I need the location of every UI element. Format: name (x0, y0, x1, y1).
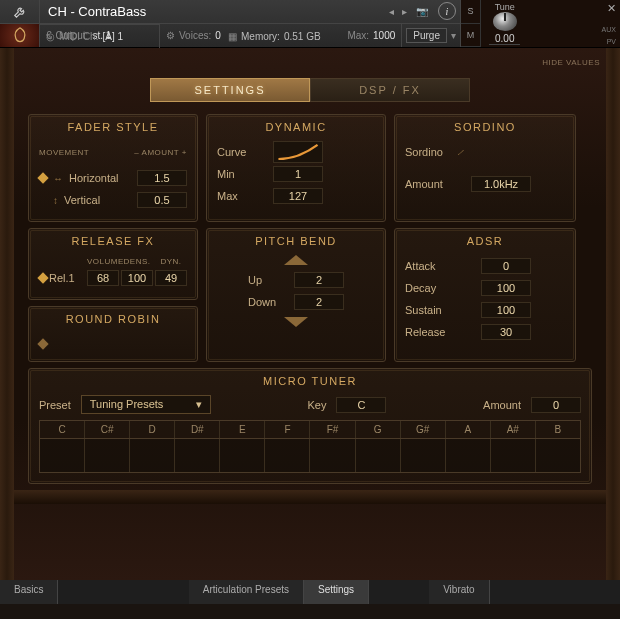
next-arrow-icon[interactable]: ▸ (399, 6, 410, 17)
kontakt-header: CH - ContraBass ◂ ▸ 📷 i € Output: st. 1 … (0, 0, 620, 48)
sordino-amount-value[interactable]: 1.0kHz (471, 176, 531, 192)
voices-value: 0 (215, 30, 221, 41)
prev-arrow-icon[interactable]: ◂ (386, 6, 397, 17)
info-icon[interactable]: i (438, 2, 456, 20)
voices-label: Voices: (179, 30, 211, 41)
rel1-indicator-icon (37, 272, 48, 283)
prev-next-nav: ◂ ▸ (386, 6, 410, 17)
pitch-up-value[interactable]: 2 (294, 272, 344, 288)
horizontal-value[interactable]: 1.5 (137, 170, 187, 186)
fader-style-title: FADER STYLE (39, 121, 187, 133)
curve-label: Curve (217, 146, 267, 158)
micro-tuner-panel: MICRO TUNER Preset Tuning Presets ▾ Key … (28, 368, 592, 484)
aux-label: AUX (602, 26, 616, 33)
tab-dspfx[interactable]: DSP / FX (310, 78, 470, 102)
pitch-down-value[interactable]: 2 (294, 294, 344, 310)
key-label: Key (307, 399, 326, 411)
vertical-label[interactable]: Vertical (64, 194, 131, 206)
hide-values-toggle[interactable]: HIDE VALUES (542, 58, 600, 67)
preset-dropdown[interactable]: Tuning Presets ▾ (81, 395, 211, 414)
tab-settings[interactable]: SETTINGS (150, 78, 310, 102)
purge-button[interactable]: Purge (406, 28, 447, 43)
rel-dyn-value[interactable]: 49 (155, 270, 187, 286)
horizontal-label[interactable]: Horizontal (69, 172, 131, 184)
volume-sublabel: VOLUME (87, 257, 119, 266)
bottom-tabs: Basics Articulation Presets Settings Vib… (0, 580, 620, 604)
max-label: Max (217, 190, 267, 202)
micro-amount-label: Amount (483, 399, 521, 411)
key-cs: C# (85, 421, 130, 438)
release-label: Release (405, 326, 475, 338)
sordino-label: Sordino (405, 146, 443, 158)
memory-label: Memory: (241, 31, 280, 42)
key-as: A# (491, 421, 536, 438)
wrench-icon[interactable] (0, 0, 39, 24)
pitch-up-label: Up (248, 274, 288, 286)
dyn-sublabel: DYN. (155, 257, 187, 266)
decay-value[interactable]: 100 (481, 280, 531, 296)
curve-display[interactable] (273, 141, 323, 163)
midi-value[interactable]: [A] 1 (102, 31, 123, 42)
tuner-slider-strip[interactable] (39, 439, 581, 473)
fader-style-panel: FADER STYLE MOVEMENT – AMOUNT + ↔ Horizo… (28, 114, 198, 222)
round-robin-toggle-icon[interactable] (37, 338, 48, 349)
btab-articulation[interactable]: Articulation Presets (189, 580, 304, 604)
release-value[interactable]: 30 (481, 324, 531, 340)
top-tabs: SETTINGS DSP / FX (0, 48, 620, 102)
main-area: HIDE VALUES SETTINGS DSP / FX FADER STYL… (0, 48, 620, 581)
header-left-col (0, 0, 40, 47)
header-mid: CH - ContraBass ◂ ▸ 📷 i € Output: st. 1 … (40, 0, 460, 47)
snapshot-icon[interactable]: 📷 (416, 6, 428, 17)
amount-sublabel: – AMOUNT + (134, 148, 187, 157)
rel1-label[interactable]: Rel.1 (49, 272, 85, 284)
vertical-value[interactable]: 0.5 (137, 192, 187, 208)
key-c: C (40, 421, 85, 438)
release-fx-panel: RELEASE FX VOLUME DENS. DYN. Rel.1 68 10… (28, 228, 198, 300)
preset-value: Tuning Presets (90, 398, 164, 411)
horizontal-indicator-icon (37, 172, 48, 183)
attack-value[interactable]: 0 (481, 258, 531, 274)
keyboard-row: C C# D D# E F F# G G# A A# B (39, 420, 581, 439)
key-e: E (220, 421, 265, 438)
preset-label: Preset (39, 399, 71, 411)
dynamic-max-value[interactable]: 127 (273, 188, 323, 204)
adsr-title: ADSR (405, 235, 565, 247)
pitch-down-arrow-icon[interactable] (284, 317, 308, 327)
pitch-up-arrow-icon[interactable] (284, 255, 308, 265)
midi-label: MIDI Ch: (59, 31, 98, 42)
vertical-arrow-icon: ↕ (53, 195, 58, 206)
key-gs: G# (401, 421, 446, 438)
key-d: D (130, 421, 175, 438)
key-value[interactable]: C (336, 397, 386, 413)
key-g: G (356, 421, 401, 438)
btab-settings[interactable]: Settings (304, 580, 369, 604)
tune-value[interactable]: 0.00 (489, 33, 520, 45)
sustain-value[interactable]: 100 (481, 302, 531, 318)
max-value[interactable]: 1000 (373, 30, 395, 41)
key-fs: F# (310, 421, 355, 438)
tune-label: Tune (495, 2, 515, 12)
sordino-toggle-icon[interactable]: ⟋ (455, 146, 466, 158)
purge-chevron-icon[interactable]: ▾ (451, 30, 456, 41)
key-f: F (265, 421, 310, 438)
round-robin-panel: ROUND ROBIN (28, 306, 198, 362)
btab-vibrato[interactable]: Vibrato (429, 580, 490, 604)
instrument-name: CH - ContraBass (40, 4, 386, 19)
rel-dens-value[interactable]: 100 (121, 270, 153, 286)
dynamic-min-value[interactable]: 1 (273, 166, 323, 182)
micro-amount-value[interactable]: 0 (531, 397, 581, 413)
tune-section: Tune 0.00 (481, 0, 528, 47)
sordino-title: SORDINO (405, 121, 565, 133)
pitch-bend-panel: PITCH BEND Up 2 Down 2 (206, 228, 386, 362)
btab-basics[interactable]: Basics (0, 580, 58, 604)
memory-value: 0.51 GB (284, 31, 321, 42)
pv-label: PV (607, 38, 616, 45)
mute-button[interactable]: M (461, 24, 480, 48)
max-label: Max: (347, 30, 369, 41)
pitch-bend-title: PITCH BEND (217, 235, 375, 247)
dynamic-panel: DYNAMIC Curve Min 1 Max 127 (206, 114, 386, 222)
close-icon[interactable]: ✕ (607, 2, 616, 15)
solo-button[interactable]: S (461, 0, 480, 24)
tune-knob[interactable] (493, 12, 517, 31)
rel-volume-value[interactable]: 68 (87, 270, 119, 286)
